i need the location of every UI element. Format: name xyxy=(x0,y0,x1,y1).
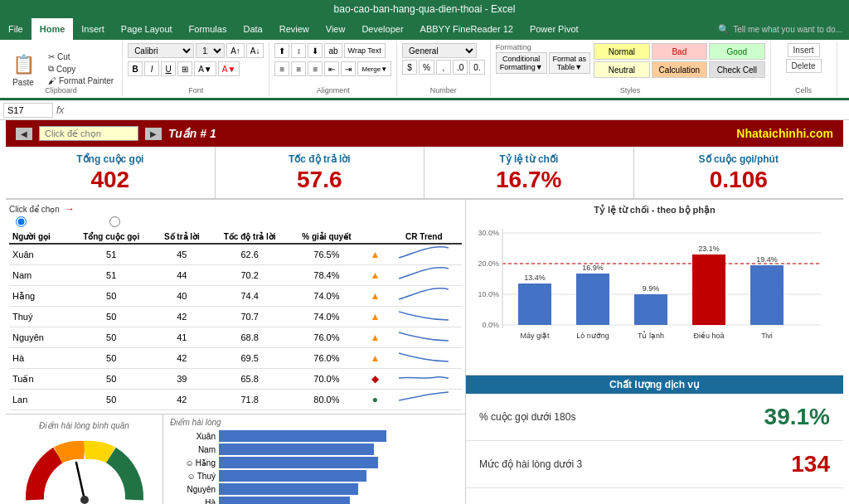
tab-abbyy[interactable]: ABBYY FineReader 12 xyxy=(412,18,522,40)
hbar-fill xyxy=(219,483,358,495)
decimal-inc-btn[interactable]: .0 xyxy=(453,60,468,75)
accounting-btn[interactable]: $ xyxy=(402,60,417,75)
decimal-dec-btn[interactable]: 0. xyxy=(469,60,484,75)
style-bad[interactable]: Bad xyxy=(652,43,707,60)
style-normal[interactable]: Normal xyxy=(594,43,649,60)
tab-developer[interactable]: Developer xyxy=(353,18,411,40)
tab-insert[interactable]: Insert xyxy=(73,18,113,40)
hbar-fill xyxy=(219,457,378,468)
svg-text:19.4%: 19.4% xyxy=(756,255,778,264)
align-right-btn[interactable]: ≡ xyxy=(308,61,323,76)
align-bottom-btn[interactable]: ⬇ xyxy=(308,43,323,58)
dashboard-header: ◀ ▶ Tuần # 1 Nhataichinhi.com xyxy=(6,120,843,147)
svg-rect-23 xyxy=(750,265,784,325)
bottom-section: Điểm hài lòng bình quân xyxy=(6,414,465,504)
tab-view[interactable]: View xyxy=(318,18,354,40)
kpi-calls-per-minute: Số cuộc gọi/phút 0.106 xyxy=(634,147,844,198)
tab-data[interactable]: Data xyxy=(235,18,270,40)
formula-input[interactable] xyxy=(67,105,846,115)
rejection-chart-svg: 30.0% 20.0% 10.0% 0.0% xyxy=(473,220,837,370)
font-name-select[interactable]: Calibri xyxy=(128,43,194,58)
conditional-formatting-btn[interactable]: ConditionalFormatting▼ xyxy=(496,52,547,74)
italic-btn[interactable]: I xyxy=(144,61,159,76)
kpi-calls-per-minute-value: 0.106 xyxy=(644,168,834,191)
svg-text:Lò nướng: Lò nướng xyxy=(576,332,609,340)
col-header-speed: Tốc độ trả lời xyxy=(211,230,289,244)
decrease-font-btn[interactable]: A↓ xyxy=(246,43,264,58)
cells-group: Insert Delete Cells xyxy=(771,41,837,96)
sq-value-1: 134 xyxy=(791,451,830,477)
font-size-select[interactable]: 11 xyxy=(196,43,225,58)
copy-button[interactable]: ⧉ Copy xyxy=(45,63,117,75)
format-painter-button[interactable]: 🖌 Format Painter xyxy=(45,75,117,86)
fx-label: fx xyxy=(56,104,64,116)
tab-page-layout[interactable]: Page Layout xyxy=(113,18,181,40)
border-btn[interactable]: ⊞ xyxy=(177,61,192,76)
format-painter-icon: 🖌 xyxy=(48,76,56,85)
gauge-chart xyxy=(18,434,151,504)
increase-indent-btn[interactable]: ⇥ xyxy=(341,61,356,76)
kpi-calls-per-minute-label: Số cuộc gọi/phút xyxy=(644,153,834,165)
col-header-resolved: % giải quyết xyxy=(289,230,364,244)
week-select-input[interactable] xyxy=(39,126,138,141)
table-row: Nam 51 44 70.2 78.4% ▲ xyxy=(9,265,462,286)
hbar-row: Nam xyxy=(170,443,514,455)
hbar-fill xyxy=(219,430,386,442)
kpi-rejection-rate-label: Tỷ lệ từ chối xyxy=(434,153,623,165)
style-calculation[interactable]: Calculation xyxy=(652,61,707,78)
comma-btn[interactable]: , xyxy=(436,60,451,75)
tab-home[interactable]: Home xyxy=(32,18,74,40)
svg-text:30.0%: 30.0% xyxy=(478,229,499,237)
style-good[interactable]: Good xyxy=(709,43,764,60)
paste-icon: 📋 xyxy=(10,51,36,78)
decrease-indent-btn[interactable]: ⇤ xyxy=(324,61,339,76)
format-as-table-btn[interactable]: Format asTable▼ xyxy=(549,52,591,74)
cell-reference-input[interactable]: S17 xyxy=(3,103,53,118)
merge-center-btn[interactable]: Merge▼ xyxy=(357,61,391,76)
tab-formulas[interactable]: Formulas xyxy=(181,18,235,40)
hbar-row: ☺ Hằng xyxy=(170,457,514,468)
table-row: Tuấn 50 39 65.8 70.0% ◆ xyxy=(9,369,462,390)
style-neutral[interactable]: Neutral xyxy=(594,61,649,78)
align-left-btn[interactable]: ≡ xyxy=(274,61,289,76)
font-color-btn[interactable]: A▼ xyxy=(218,61,240,76)
hbar-fill xyxy=(219,443,374,455)
tab-power-pivot[interactable]: Power Pivot xyxy=(522,18,587,40)
tab-file[interactable]: File xyxy=(0,18,32,40)
style-check[interactable]: Check Cell xyxy=(709,61,764,78)
svg-text:Máy giặt: Máy giặt xyxy=(520,332,550,340)
align-center-btn[interactable]: ≡ xyxy=(291,61,306,76)
kpi-row: Tổng cuộc gọi 402 Tốc độ trả lời 57.6 Tỷ… xyxy=(6,147,843,199)
col-header-name: Người gọi xyxy=(9,230,69,244)
nav-next-button[interactable]: ▶ xyxy=(145,128,162,140)
svg-text:Tủ lạnh: Tủ lạnh xyxy=(637,331,663,340)
col-header-total: Tổng cuộc gọi xyxy=(69,230,153,244)
wrap-text-btn[interactable]: Wrap Text xyxy=(344,43,386,58)
svg-rect-11 xyxy=(518,284,551,325)
radio-all[interactable] xyxy=(16,216,27,227)
nav-prev-button[interactable]: ◀ xyxy=(16,128,32,140)
fill-color-btn[interactable]: A▼ xyxy=(194,61,216,76)
align-middle-btn[interactable]: ↕ xyxy=(291,43,306,58)
orient-btn[interactable]: ab xyxy=(324,43,342,58)
kpi-total-calls: Tổng cuộc gọi 402 xyxy=(6,147,216,198)
hbar-row: ☺ Thuý xyxy=(170,470,514,482)
percent-btn[interactable]: % xyxy=(419,60,434,75)
number-format-select[interactable]: General xyxy=(402,43,477,58)
cut-button[interactable]: ✂ Cut xyxy=(45,51,117,62)
underline-btn[interactable]: U xyxy=(161,61,176,76)
increase-font-btn[interactable]: A↑ xyxy=(226,43,245,58)
align-top-btn[interactable]: ⬆ xyxy=(274,43,289,58)
table-body: Xuân 51 45 62.6 76.5% ▲ Nam 51 44 70.2 7… xyxy=(9,244,462,410)
table-row: Xuân 51 45 62.6 76.5% ▲ xyxy=(9,244,462,265)
hbar-fill xyxy=(219,497,350,504)
tab-review[interactable]: Review xyxy=(271,18,318,40)
insert-button[interactable]: Insert xyxy=(788,43,820,57)
svg-text:0.0%: 0.0% xyxy=(482,321,499,329)
svg-rect-17 xyxy=(634,294,667,325)
delete-button[interactable]: Delete xyxy=(786,59,822,73)
kpi-answer-speed-label: Tốc độ trả lời xyxy=(226,153,415,165)
paste-button[interactable]: 📋 Paste xyxy=(5,50,41,89)
bold-btn[interactable]: B xyxy=(128,61,143,76)
radio-filter[interactable] xyxy=(109,216,120,227)
